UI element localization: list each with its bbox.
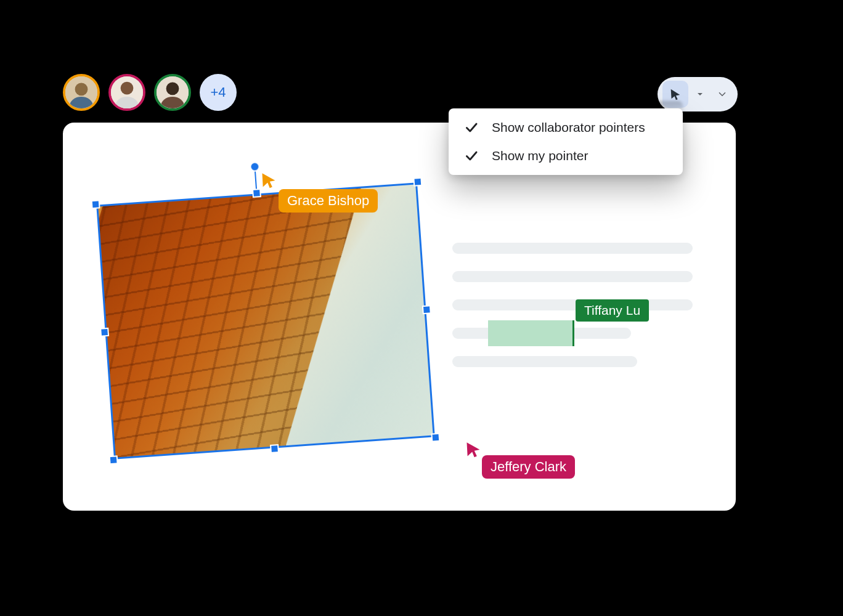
rotate-handle[interactable] xyxy=(250,161,260,172)
collaborator-cursor-label-grace: Grace Bishop xyxy=(279,189,378,213)
cursor-icon xyxy=(260,172,277,189)
collaborator-name: Tiffany Lu xyxy=(584,303,640,317)
caret-down-icon xyxy=(695,89,705,99)
collaborator-caret-label-tiffany: Tiffany Lu xyxy=(576,299,649,322)
toolbar-more-chevron[interactable] xyxy=(712,81,733,108)
cursor-icon xyxy=(669,87,682,101)
collaborator-name: Grace Bishop xyxy=(287,193,369,208)
text-line-with-selection xyxy=(452,328,631,339)
person-icon xyxy=(111,76,143,108)
collaborator-cursor-jeffery xyxy=(465,441,482,458)
resize-handle-ml[interactable] xyxy=(100,328,109,337)
resize-handle-bl[interactable] xyxy=(109,455,118,464)
text-line xyxy=(452,356,637,367)
resize-handle-tm[interactable] xyxy=(252,188,261,198)
text-line xyxy=(452,271,693,282)
collaborator-cursor-label-jeffery: Jeffery Clark xyxy=(482,455,575,479)
cursor-icon xyxy=(465,441,482,458)
menu-item-show-collaborator-pointers[interactable]: Show collaborator pointers xyxy=(449,113,683,142)
collaborator-cursor-grace xyxy=(260,172,277,189)
avatar-overflow[interactable]: +4 xyxy=(200,74,237,111)
avatar[interactable] xyxy=(108,74,145,111)
menu-item-label: Show my pointer xyxy=(492,148,588,163)
text-line xyxy=(452,243,693,254)
text-line xyxy=(452,299,693,310)
chevron-down-icon xyxy=(717,89,728,100)
pointer-tool-dropdown[interactable] xyxy=(690,81,711,108)
avatar[interactable] xyxy=(154,74,191,111)
rotate-stem xyxy=(255,171,257,189)
avatar-overflow-count: +4 xyxy=(210,84,226,100)
menu-item-label: Show collaborator pointers xyxy=(492,120,645,135)
selected-image[interactable] xyxy=(96,182,435,459)
text-selection-highlight xyxy=(488,320,574,346)
svg-point-4 xyxy=(121,82,134,95)
resize-handle-tr[interactable] xyxy=(413,177,422,187)
svg-point-7 xyxy=(166,83,179,95)
menu-item-show-my-pointer[interactable]: Show my pointer xyxy=(449,142,683,170)
resize-handle-tl[interactable] xyxy=(91,200,100,209)
resize-handle-br[interactable] xyxy=(431,433,440,442)
collaborator-name: Jeffery Clark xyxy=(491,459,566,474)
person-icon xyxy=(65,76,97,108)
slide-canvas[interactable]: Tiffany Lu Grace Bishop Jeffery Clark xyxy=(63,123,736,511)
image-content xyxy=(96,182,435,459)
text-placeholder-block xyxy=(452,243,693,384)
svg-point-1 xyxy=(75,83,88,95)
resize-handle-mr[interactable] xyxy=(422,305,431,314)
pointer-options-menu: Show collaborator pointers Show my point… xyxy=(449,108,683,175)
resize-handle-bm[interactable] xyxy=(270,444,279,453)
person-icon xyxy=(157,76,189,108)
avatar[interactable] xyxy=(63,74,100,111)
check-icon xyxy=(463,148,479,164)
participant-avatars: +4 xyxy=(63,74,237,111)
check-icon xyxy=(463,120,479,136)
